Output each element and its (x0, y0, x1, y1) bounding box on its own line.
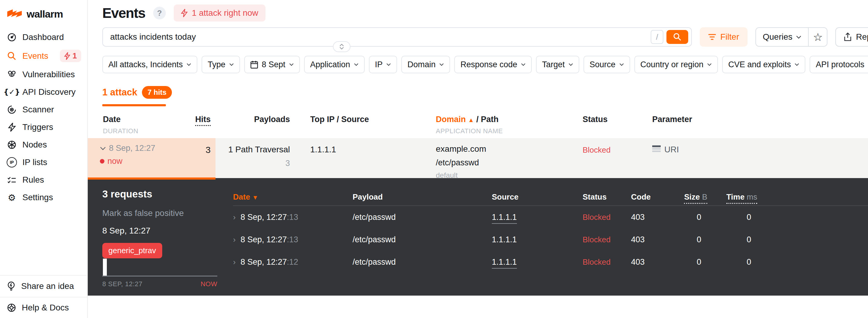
bolt-icon (181, 9, 188, 17)
chip-domain[interactable]: Domain (401, 56, 450, 73)
sidebar-item-vulnerabilities[interactable]: Vulnerabilities (0, 66, 87, 83)
chip-application[interactable]: Application (304, 56, 365, 73)
sidebar-item-ip-lists[interactable]: IP IP lists (0, 153, 87, 171)
attack-alert-badge[interactable]: 1 attack right now (174, 4, 266, 22)
sidebar-item-label: Nodes (22, 140, 47, 150)
chevron-down-icon (795, 63, 799, 66)
event-date-cell[interactable]: 8 Sep, 12:27 now 3 (88, 138, 216, 180)
col-status: Status (583, 115, 652, 135)
chevron-right-icon[interactable]: › (233, 212, 236, 222)
chip-attack-type[interactable]: All attacks, Incidents (102, 56, 197, 73)
chip-api-protocols[interactable]: API protocols (810, 56, 868, 73)
sort-desc-icon: ▼ (252, 194, 258, 201)
alert-badge-label: 1 attack right now (192, 8, 258, 18)
attack-tag[interactable]: generic_ptrav (102, 243, 162, 258)
request-code: 403 (631, 212, 679, 222)
chevron-right-icon[interactable]: › (233, 235, 236, 244)
chip-cve[interactable]: CVE and exploits (722, 56, 805, 73)
braces-check-icon: {✓} (7, 87, 17, 97)
search-icon (673, 33, 682, 41)
col-size[interactable]: Size B (684, 192, 707, 204)
sidebar-item-nodes[interactable]: Nodes (0, 136, 87, 153)
col-domain-path[interactable]: Domain ▲ / Path (436, 115, 583, 124)
share-an-idea-link[interactable]: Share an idea (0, 275, 87, 297)
search-row: / Filter Queries (102, 27, 868, 47)
col-time[interactable]: Time ms (726, 192, 757, 204)
event-row[interactable]: 8 Sep, 12:27 now 3 1 Path Traversal 3 1.… (88, 138, 868, 178)
chevron-down-icon (186, 63, 191, 66)
col-date-sorted[interactable]: Date ▼ (233, 192, 352, 202)
attacks-tab[interactable]: 1 attack 7 hits (102, 86, 172, 106)
lifebuoy-icon (7, 303, 17, 313)
chevron-down-icon (439, 63, 444, 66)
chip-ip[interactable]: IP (369, 56, 397, 73)
chip-date[interactable]: 8 Sept (244, 56, 300, 73)
sidebar: wallarm Dashboard Events 1 Vulnerabiliti… (0, 0, 88, 318)
sidebar-item-scanner[interactable]: Scanner (0, 101, 87, 118)
chip-response-code[interactable]: Response code (454, 56, 532, 73)
event-payload-type[interactable]: 1 Path Traversal (216, 145, 290, 154)
request-source[interactable]: 1.1.1.1 (492, 235, 517, 244)
calendar-icon (250, 60, 258, 69)
request-size: 0 (679, 212, 716, 222)
hits-badge: 7 hits (142, 86, 172, 99)
mark-false-positive-link[interactable]: Mark as false positive (102, 208, 229, 218)
request-row[interactable]: ›8 Sep, 12:27:12 /etc/passwd 1.1.1.1 Blo… (233, 251, 868, 273)
brand-name: wallarm (27, 8, 63, 20)
sidebar-item-label: Scanner (22, 105, 54, 114)
sidebar-item-label: Events (22, 51, 49, 61)
chevron-right-icon[interactable]: › (233, 257, 236, 267)
chip-type[interactable]: Type (202, 56, 240, 73)
sidebar-item-events[interactable]: Events 1 (0, 46, 87, 66)
col-date[interactable]: Date (103, 115, 138, 124)
events-count-badge: 1 (60, 50, 81, 62)
timeline-now-label: NOW (200, 280, 217, 288)
chevron-down-icon (100, 147, 106, 150)
search-box: / (102, 27, 692, 47)
app-root: wallarm Dashboard Events 1 Vulnerabiliti… (0, 0, 868, 318)
filter-icon (708, 34, 716, 40)
report-button[interactable]: Report (835, 27, 868, 47)
filter-button[interactable]: Filter (700, 27, 748, 47)
search-expand-handle[interactable] (333, 41, 350, 52)
page-header: Events ? 1 attack right now (88, 0, 868, 22)
col-application: APPLICATION NAME (436, 127, 583, 135)
events-count: 1 (73, 51, 77, 61)
search-button[interactable] (666, 30, 688, 44)
col-verification: Active verification (792, 115, 868, 135)
col-hits[interactable]: Hits (195, 115, 211, 126)
request-row[interactable]: ›8 Sep, 12:27:13 /etc/passwd 1.1.1.1 Blo… (233, 228, 868, 251)
filter-button-label: Filter (720, 32, 739, 42)
event-top-ip[interactable]: 1.1.1.1 (290, 138, 436, 180)
chip-target[interactable]: Target (536, 56, 579, 73)
event-domain[interactable]: example.com (436, 144, 583, 154)
col-parameter: Parameter (652, 115, 792, 135)
help-and-docs-link[interactable]: Help & Docs (0, 297, 87, 318)
ip-circle-icon: IP (7, 157, 17, 168)
chip-source[interactable]: Source (584, 56, 630, 73)
gear-icon: ⚙ (7, 192, 17, 203)
sidebar-item-rules[interactable]: Rules (0, 171, 87, 189)
sidebar-item-api-discovery[interactable]: {✓} API Discovery (0, 83, 87, 101)
chip-country[interactable]: Country or region (634, 56, 718, 73)
filter-chips: All attacks, Incidents Type 8 Sept Appli… (102, 56, 868, 73)
sidebar-item-triggers[interactable]: Triggers (0, 118, 87, 136)
requests-table-header: Date ▼ Payload Source Status Code Size B… (233, 189, 868, 206)
request-row[interactable]: ›8 Sep, 12:27:13 /etc/passwd 1.1.1.1 Blo… (233, 206, 868, 228)
request-detail-panel: 3 requests Mark as false positive 8 Sep,… (88, 178, 868, 296)
request-source[interactable]: 1.1.1.1 (492, 212, 517, 224)
queries-dropdown[interactable]: Queries (756, 28, 808, 46)
requests-timeline-chart: 8 SEP, 12:27 NOW (102, 258, 217, 296)
request-source[interactable]: 1.1.1.1 (492, 257, 517, 269)
chevron-down-icon (619, 63, 624, 66)
biohazard-icon (7, 69, 17, 80)
wallarm-logo[interactable]: wallarm (0, 0, 87, 25)
search-input[interactable] (103, 28, 691, 46)
col-duration: DURATION (103, 127, 138, 135)
request-status: Blocked (583, 212, 631, 222)
sidebar-item-dashboard[interactable]: Dashboard (0, 28, 87, 46)
favorite-star-button[interactable]: ☆ (808, 28, 827, 46)
requests-count-title: 3 requests (102, 189, 229, 200)
sidebar-item-settings[interactable]: ⚙ Settings (0, 189, 87, 206)
help-icon[interactable]: ? (153, 7, 166, 19)
